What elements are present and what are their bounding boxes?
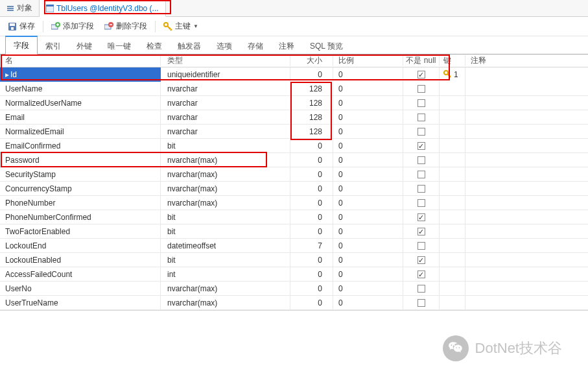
col-key[interactable]: 键 [440,55,465,66]
field-scale[interactable]: 0 [333,139,403,153]
table-row[interactable]: UserNamenvarchar1280 [0,82,588,96]
field-scale[interactable]: 0 [333,125,403,139]
field-name[interactable]: NormalizedEmail [0,125,161,139]
checkbox[interactable] [417,85,425,93]
field-comment[interactable] [465,153,588,167]
field-size[interactable]: 0 [290,153,333,167]
table-row[interactable]: TwoFactorEnabledbit00 [0,224,588,239]
field-size[interactable]: 0 [290,196,333,210]
field-not-null[interactable] [403,296,440,310]
field-key[interactable] [440,282,465,296]
field-not-null[interactable] [403,110,440,125]
field-size[interactable]: 0 [290,253,333,267]
checkbox[interactable] [417,242,425,250]
field-scale[interactable]: 0 [333,110,403,125]
save-button[interactable]: 保存 [3,17,40,36]
field-name[interactable]: UserNo [0,282,161,296]
field-scale[interactable]: 0 [333,253,403,267]
property-tab[interactable]: 存储 [240,38,271,54]
field-size[interactable]: 128 [290,125,333,139]
field-size[interactable]: 0 [290,139,333,153]
checkbox[interactable] [417,128,425,136]
primary-key-button[interactable]: 主键 ▼ [158,17,204,36]
checkbox[interactable] [417,228,425,235]
col-name[interactable]: 名 [0,55,161,66]
field-not-null[interactable] [403,253,440,267]
field-name[interactable]: SecurityStamp [0,167,161,182]
field-name[interactable]: UserName [0,82,161,96]
field-size[interactable]: 0 [290,167,333,182]
field-type[interactable]: nvarchar [161,110,290,125]
table-row[interactable]: AccessFailedCountint00 [0,267,588,282]
field-type[interactable]: uniqueidentifier [161,67,290,82]
field-comment[interactable] [465,296,588,310]
field-key[interactable] [440,253,465,267]
field-comment[interactable] [465,253,588,267]
field-scale[interactable]: 0 [333,153,403,167]
field-comment[interactable] [465,196,588,210]
field-scale[interactable]: 0 [333,196,403,210]
property-tab[interactable]: 外键 [69,38,100,54]
field-type[interactable]: datetimeoffset [161,239,290,253]
field-scale[interactable]: 0 [333,182,403,196]
field-scale[interactable]: 0 [333,167,403,182]
property-tab[interactable]: SQL 预览 [302,38,351,54]
table-row[interactable]: LockoutEnddatetimeoffset70 [0,239,588,253]
field-comment[interactable] [465,125,588,139]
field-not-null[interactable] [403,139,440,153]
field-key[interactable] [440,224,465,239]
field-type[interactable]: nvarchar(max) [161,196,290,210]
field-scale[interactable]: 0 [333,67,403,82]
col-not-null[interactable]: 不是 null [403,55,440,66]
field-size[interactable]: 0 [290,224,333,239]
field-name[interactable]: Email [0,110,161,125]
checkbox[interactable] [417,156,425,164]
col-scale[interactable]: 比例 [333,55,403,66]
field-comment[interactable] [465,167,588,182]
field-type[interactable]: bit [161,253,290,267]
field-not-null[interactable] [403,239,440,253]
add-field-button[interactable]: 添加字段 [46,17,99,36]
field-scale[interactable]: 0 [333,96,403,110]
property-tab[interactable]: 索引 [38,38,69,54]
col-type[interactable]: 类型 [161,55,290,66]
field-type[interactable]: nvarchar(max) [161,182,290,196]
field-size[interactable]: 0 [290,182,333,196]
field-key[interactable]: 1 [440,67,465,82]
field-comment[interactable] [465,282,588,296]
field-type[interactable]: nvarchar(max) [161,296,290,310]
field-comment[interactable] [465,96,588,110]
field-size[interactable]: 0 [290,67,333,82]
field-type[interactable]: nvarchar [161,82,290,96]
checkbox[interactable] [417,185,425,193]
table-row[interactable]: UserTrueNamenvarchar(max)00 [0,296,588,310]
field-key[interactable] [440,267,465,282]
field-name[interactable]: NormalizedUserName [0,96,161,110]
field-name[interactable]: LockoutEnd [0,239,161,253]
field-name[interactable]: PhoneNumberConfirmed [0,210,161,224]
field-key[interactable] [440,110,465,125]
property-tab[interactable]: 触发器 [170,38,209,54]
field-key[interactable] [440,96,465,110]
field-name[interactable]: LockoutEnabled [0,253,161,267]
field-size[interactable]: 0 [290,210,333,224]
field-comment[interactable] [465,239,588,253]
field-name[interactable]: Password [0,153,161,167]
checkbox[interactable] [417,285,425,293]
field-key[interactable] [440,125,465,139]
field-key[interactable] [440,182,465,196]
table-row[interactable]: ConcurrencyStampnvarchar(max)00 [0,182,588,196]
field-not-null[interactable] [403,224,440,239]
checkbox[interactable] [417,271,425,278]
col-size[interactable]: 大小 [290,55,333,66]
field-not-null[interactable] [403,125,440,139]
field-comment[interactable] [465,224,588,239]
table-row[interactable]: LockoutEnabledbit00 [0,253,588,267]
field-key[interactable] [440,167,465,182]
field-type[interactable]: nvarchar [161,125,290,139]
checkbox[interactable] [417,71,425,78]
field-size[interactable]: 128 [290,110,333,125]
table-row[interactable]: UserNonvarchar(max)00 [0,282,588,296]
field-not-null[interactable] [403,96,440,110]
field-comment[interactable] [465,267,588,282]
